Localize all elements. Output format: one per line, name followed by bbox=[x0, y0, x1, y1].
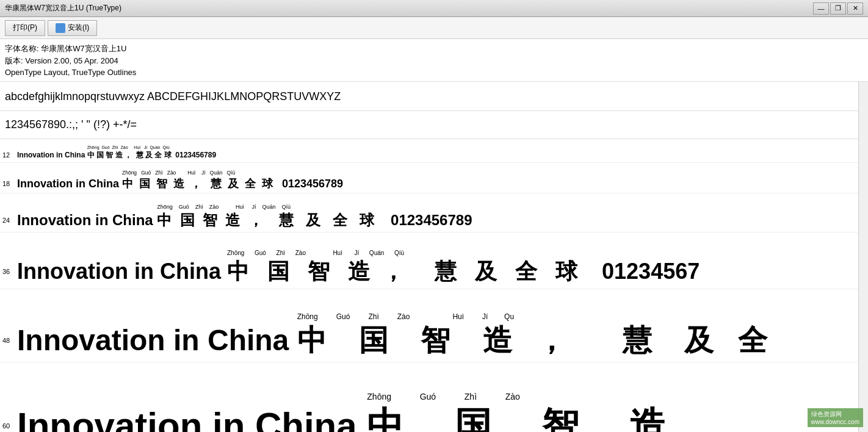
numbers-line: 1234567890.:,; ' " (!?) +-*/= bbox=[0, 112, 858, 137]
preview-area[interactable]: abcdefghijklmnopqrstuvwxyz ABCDEFGHIJKLM… bbox=[0, 82, 868, 433]
font-version-line: 版本: Version 2.00, 05 Apr. 2004 bbox=[5, 55, 863, 67]
size-row-60: Innovation in China Zhōng Guó Zhì Zào 60… bbox=[0, 362, 858, 432]
watermark-line1: 绿色资源网 bbox=[811, 410, 859, 419]
size-row-18: Innovation in China Zhōng Guó Zhì Zào Hu… bbox=[0, 163, 858, 193]
preview-content: abcdefghijklmnopqrstuvwxyz ABCDEFGHIJKLM… bbox=[0, 82, 858, 433]
cn-text-60: 中 国 智 造 bbox=[367, 401, 666, 432]
pinyin-row-48: Innovation in China Zhōng Guó Zhì Zào Hu… bbox=[0, 291, 858, 321]
size-label-24: 24 bbox=[0, 217, 17, 224]
pinyin-row-24: Innovation in China Zhōng Guó Zhì Zào Hu… bbox=[0, 195, 858, 211]
en-text-60: Innovation in China bbox=[17, 405, 367, 432]
cn-text-18: 中 国 智 造 ， 慧 及 全 球 0123456789 bbox=[122, 176, 343, 191]
toolbar: 打印(P) 安装(I) bbox=[0, 17, 868, 39]
restore-button[interactable]: ❐ bbox=[830, 2, 846, 15]
cn-text-36: 中 国 智 造 ， 慧 及 全 球 01234567 bbox=[227, 257, 700, 287]
en-text-12: Innovation in China bbox=[17, 151, 87, 159]
size-label-36: 36 bbox=[0, 268, 17, 275]
en-text-36: Innovation in China bbox=[17, 259, 227, 284]
size-label-18: 18 bbox=[0, 180, 17, 187]
cn-text-12: 中 国 智 造 ， 慧 及 全 球 0123456789 bbox=[87, 150, 216, 160]
font-info: 字体名称: 华康黑体W7宽汉音上1U 版本: Version 2.00, 05 … bbox=[0, 39, 868, 82]
cn-text-24: 中 国 智 造 ， 慧 及 全 球 0123456789 bbox=[157, 211, 472, 230]
text-row-18: 18 Innovation in China 中 国 智 造 ， 慧 及 全 球… bbox=[0, 176, 858, 191]
size-row-36: Innovation in China Zhōng Guó Zhì Zào Hu… bbox=[0, 232, 858, 289]
pinyin-row-36: Innovation in China Zhōng Guó Zhì Zào Hu… bbox=[0, 234, 858, 257]
numbers-text: 1234567890.:,; ' " (!?) +-*/= bbox=[5, 118, 137, 131]
pinyin-row-18: Innovation in China Zhōng Guó Zhì Zào Hu… bbox=[0, 165, 858, 176]
size-label-48: 48 bbox=[0, 337, 17, 344]
text-row-60: 60 Innovation in China 中 国 智 造 bbox=[0, 401, 858, 432]
text-row-36: 36 Innovation in China 中 国 智 造 ， 慧 及 全 球… bbox=[0, 257, 858, 287]
divider-1 bbox=[0, 110, 858, 111]
pinyin-row-12: Innovation in China Zhōng Guó Zhì Zào Hu… bbox=[0, 142, 858, 150]
size-label-12: 12 bbox=[0, 151, 17, 159]
titlebar-controls: — ❐ ✕ bbox=[813, 2, 863, 15]
alphabet-line: abcdefghijklmnopqrstuvwxyz ABCDEFGHIJKLM… bbox=[0, 84, 858, 109]
divider-2 bbox=[0, 139, 858, 139]
install-icon bbox=[56, 23, 65, 33]
watermark: 绿色资源网 www.downcc.com bbox=[808, 408, 863, 427]
alphabet-text: abcdefghijklmnopqrstuvwxyz ABCDEFGHIJKLM… bbox=[5, 90, 341, 103]
cn-text-48: 中 国 智 造 ， 慧 及 全 bbox=[297, 321, 768, 360]
en-text-18: Innovation in China bbox=[17, 178, 122, 190]
install-label: 安装(I) bbox=[68, 23, 89, 33]
pinyin-row-60: Innovation in China Zhōng Guó Zhì Zào bbox=[0, 364, 858, 401]
font-type-line: OpenType Layout, TrueType Outlines bbox=[5, 67, 863, 79]
text-row-12: 12 Innovation in China 中 国 智 造 ， 慧 及 全 球… bbox=[0, 150, 858, 160]
en-text-24: Innovation in China bbox=[17, 212, 157, 229]
watermark-line2: www.downcc.com bbox=[811, 419, 859, 425]
text-row-24: 24 Innovation in China 中 国 智 造 ， 慧 及 全 球… bbox=[0, 211, 858, 230]
font-name-line: 字体名称: 华康黑体W7宽汉音上1U bbox=[5, 43, 863, 55]
print-button[interactable]: 打印(P) bbox=[5, 20, 45, 36]
text-row-48: 48 Innovation in China 中 国 智 造 ， 慧 及 全 bbox=[0, 321, 858, 360]
size-row-24: Innovation in China Zhōng Guó Zhì Zào Hu… bbox=[0, 193, 858, 232]
size-row-12: Innovation in China Zhōng Guó Zhì Zào Hu… bbox=[0, 140, 858, 163]
size-row-48: Innovation in China Zhōng Guó Zhì Zào Hu… bbox=[0, 289, 858, 362]
size-label-60: 60 bbox=[0, 422, 17, 430]
en-text-48: Innovation in China bbox=[17, 323, 297, 357]
close-button[interactable]: ✕ bbox=[847, 2, 863, 15]
titlebar: 华康黑体W7宽汉音上1U (TrueType) — ❐ ✕ bbox=[0, 0, 868, 17]
scrollbar[interactable] bbox=[858, 82, 868, 433]
titlebar-title: 华康黑体W7宽汉音上1U (TrueType) bbox=[5, 3, 121, 13]
minimize-button[interactable]: — bbox=[813, 2, 829, 15]
print-label: 打印(P) bbox=[13, 23, 37, 33]
install-button[interactable]: 安装(I) bbox=[48, 20, 97, 36]
